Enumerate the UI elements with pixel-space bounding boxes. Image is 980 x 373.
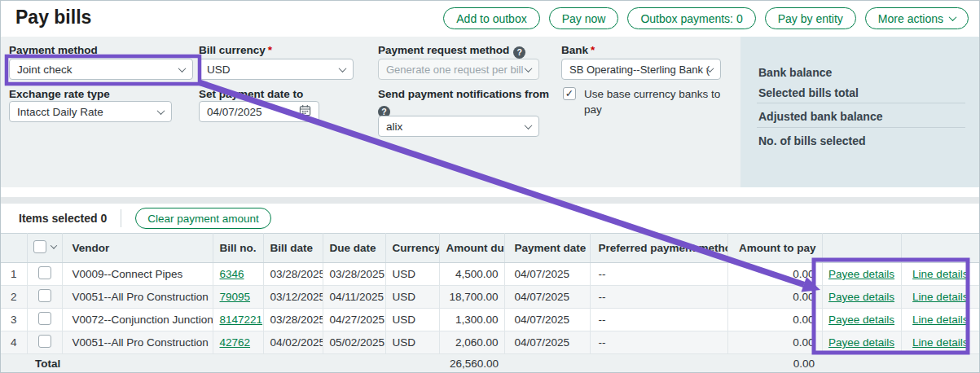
line-details-link[interactable]: Line details <box>912 314 968 326</box>
pay-bills-page: Pay bills Add to outbox Pay now Outbox p… <box>0 0 980 373</box>
send-notifications-select[interactable]: alix <box>378 116 539 137</box>
row-number: 3 <box>1 309 27 331</box>
amount-to-pay-cell[interactable]: 0.00 <box>727 331 822 354</box>
preferred-method-cell: -- <box>590 309 727 331</box>
adjusted-bank-balance-label: Adjusted bank balance <box>758 110 882 123</box>
payment-date-header[interactable]: Payment date <box>504 234 590 263</box>
row-number: 4 <box>1 331 27 354</box>
payment-date-cell: 04/07/2025 <box>504 331 590 354</box>
bill-date-cell: 03/28/2025 <box>263 309 323 331</box>
preferred-method-header[interactable]: Preferred payment method <box>590 234 727 263</box>
row-checkbox[interactable] <box>38 335 51 348</box>
amount-to-pay-header[interactable]: Amount to pay <box>727 234 822 263</box>
check-icon: ✓ <box>565 88 573 99</box>
bill-no-header[interactable]: Bill no. <box>213 234 263 263</box>
vendor-cell: V0072--Conjunction Junction <box>62 309 213 331</box>
send-notifications-label: Send payment notifications from <box>378 88 549 100</box>
row-checkbox[interactable] <box>38 312 51 325</box>
page-title: Pay bills <box>15 7 91 29</box>
payee-details-link[interactable]: Payee details <box>828 291 894 303</box>
bills-selected-label: No. of bills selected <box>758 134 865 147</box>
bill-date-cell: 04/02/2025 <box>263 331 323 354</box>
header-actions: Add to outbox Pay now Outbox payments: 0… <box>443 7 969 29</box>
currency-header[interactable]: Currency <box>385 234 439 263</box>
table-row: 4 V0051--All Pro Construction 42762 04/0… <box>1 331 979 354</box>
more-actions-label: More actions <box>878 12 943 25</box>
use-base-currency-checkbox[interactable]: ✓ <box>563 87 576 100</box>
payee-details-link[interactable]: Payee details <box>828 314 894 326</box>
payee-details-link[interactable]: Payee details <box>828 336 894 349</box>
currency-cell: USD <box>385 286 439 309</box>
total-amount-to-pay: 0.00 <box>727 354 822 373</box>
bill-currency-select[interactable]: USD <box>199 59 354 80</box>
row-checkbox[interactable] <box>38 289 51 302</box>
due-date-cell: 04/11/2025 <box>323 286 385 309</box>
total-amount-due: 26,560.00 <box>439 354 504 373</box>
chevron-down-icon <box>949 13 957 21</box>
payment-method-label: Payment method <box>9 44 98 56</box>
amount-due-header[interactable]: Amount due <box>439 234 504 263</box>
amount-to-pay-cell[interactable]: 0.00 <box>727 309 822 331</box>
payment-request-method-value: Generate one request per bill <box>386 64 523 76</box>
preferred-method-cell: -- <box>590 263 727 286</box>
panel-divider <box>757 103 965 103</box>
table-toolbar: Items selected 0 Clear payment amount <box>1 204 979 233</box>
chevron-down-icon <box>525 64 533 72</box>
due-date-cell: 04/27/2025 <box>323 309 385 331</box>
bill-date-cell: 03/12/2025 <box>263 286 323 309</box>
bank-select[interactable]: SB Operating--Sterling Bank ( <box>561 59 721 80</box>
payment-date-input[interactable]: 04/07/2025 <box>199 101 319 122</box>
line-details-link[interactable]: Line details <box>912 336 968 349</box>
pay-by-entity-button[interactable]: Pay by entity <box>765 7 856 29</box>
amount-to-pay-cell[interactable]: 0.00 <box>727 263 822 286</box>
add-to-outbox-button[interactable]: Add to outbox <box>443 7 539 29</box>
exchange-rate-type-select[interactable]: Intacct Daily Rate <box>9 101 172 122</box>
bills-table: Vendor Bill no. Bill date Due date Curre… <box>1 233 979 373</box>
currency-cell: USD <box>385 263 439 286</box>
exchange-rate-type-label: Exchange rate type <box>9 88 110 100</box>
bill-no-link[interactable]: 8147221 <box>220 314 263 326</box>
items-selected-label: Items selected 0 <box>19 212 107 225</box>
payment-date-cell: 04/07/2025 <box>504 309 590 331</box>
payment-form: Payment method Joint check Bill currency… <box>1 37 980 187</box>
bill-no-link[interactable]: 79095 <box>220 291 251 303</box>
row-checkbox[interactable] <box>38 266 51 279</box>
outbox-payments-button[interactable]: Outbox payments: 0 <box>627 7 755 29</box>
clear-payment-amount-button[interactable]: Clear payment amount <box>135 208 271 229</box>
currency-cell: USD <box>385 331 439 354</box>
bill-no-link[interactable]: 6346 <box>220 268 244 280</box>
payment-request-method-select: Generate one request per bill <box>378 59 539 80</box>
bank-balance-label: Bank balance <box>758 66 832 79</box>
bill-date-header[interactable]: Bill date <box>263 234 323 263</box>
currency-cell: USD <box>385 309 439 331</box>
calendar-icon[interactable] <box>299 104 311 119</box>
payment-date-cell: 04/07/2025 <box>504 263 590 286</box>
vendor-cell: V0009--Connect Pipes <box>62 263 213 286</box>
required-asterisk: * <box>591 44 595 56</box>
payment-date-value: 04/07/2025 <box>207 106 262 118</box>
table-header-row: Vendor Bill no. Bill date Due date Curre… <box>1 234 979 263</box>
set-payment-date-label: Set payment date to <box>199 88 303 100</box>
due-date-header[interactable]: Due date <box>323 234 385 263</box>
pay-now-button[interactable]: Pay now <box>549 7 619 29</box>
items-selected-count: 0 <box>100 212 107 225</box>
summary-panel: Bank balance Selected bills total Adjust… <box>740 37 980 187</box>
payment-date-cell: 04/07/2025 <box>504 286 590 309</box>
payment-method-select[interactable]: Joint check <box>9 59 193 80</box>
row-number: 1 <box>1 263 27 286</box>
amount-due-cell: 18,700.00 <box>439 286 504 309</box>
select-all-checkbox[interactable] <box>33 240 46 253</box>
chevron-down-icon[interactable] <box>50 242 56 248</box>
bill-no-link[interactable]: 42762 <box>220 336 251 349</box>
amount-due-cell: 1,300.00 <box>439 309 504 331</box>
help-icon[interactable]: ? <box>513 46 525 59</box>
line-details-header <box>901 234 979 263</box>
payee-details-header <box>822 234 901 263</box>
line-details-link[interactable]: Line details <box>912 291 968 303</box>
amount-to-pay-cell[interactable]: 0.00 <box>727 286 822 309</box>
payee-details-link[interactable]: Payee details <box>828 268 894 280</box>
top-bar: Pay bills Add to outbox Pay now Outbox p… <box>1 1 979 37</box>
vendor-header[interactable]: Vendor <box>62 234 213 263</box>
line-details-link[interactable]: Line details <box>912 268 968 280</box>
more-actions-button[interactable]: More actions <box>865 7 969 29</box>
